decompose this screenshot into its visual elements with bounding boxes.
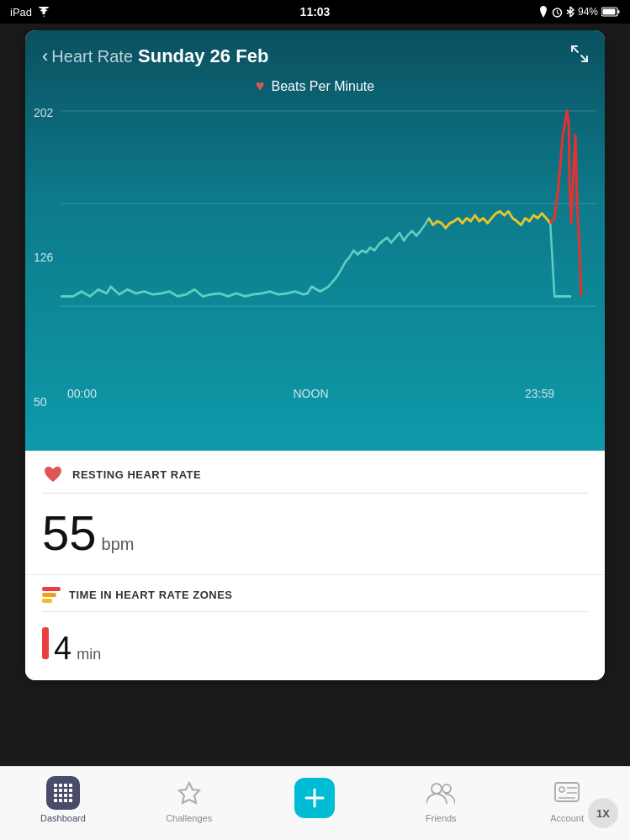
svg-point-30 — [559, 787, 564, 792]
resting-heart-rate-section: RESTING HEART RATE 55 bpm — [25, 451, 605, 574]
svg-rect-15 — [64, 789, 67, 792]
svg-rect-18 — [59, 794, 62, 797]
friends-label: Friends — [426, 813, 457, 823]
chart-date: Sunday 26 Feb — [138, 45, 268, 67]
legend-label: Beats Per Minute — [271, 79, 374, 94]
zones-section-header: TIME IN HEART RATE ZONES — [42, 587, 588, 612]
heart-legend-icon: ♥ — [256, 77, 265, 95]
back-button[interactable]: ‹ — [42, 45, 48, 67]
chart-title: Heart Rate — [51, 47, 133, 66]
challenges-icon — [172, 776, 206, 810]
svg-rect-22 — [59, 799, 62, 802]
x-end: 23:59 — [525, 387, 554, 400]
heart-rate-chart — [61, 106, 596, 409]
resting-section-title: RESTING HEART RATE — [72, 468, 201, 481]
resting-metric: 55 bpm — [42, 502, 588, 566]
svg-rect-20 — [69, 794, 72, 797]
svg-rect-10 — [59, 784, 62, 787]
friends-icon — [424, 776, 458, 810]
zones-icon — [42, 587, 61, 603]
expand-button[interactable] — [569, 44, 590, 69]
resting-section-header: RESTING HEART RATE — [42, 464, 588, 494]
chart-area: ‹ Heart Rate Sunday 26 Feb ♥ Beats Per M… — [25, 30, 605, 451]
ipad-label: iPad — [10, 6, 32, 18]
add-icon — [294, 778, 335, 818]
svg-rect-4 — [618, 10, 620, 13]
svg-rect-21 — [54, 799, 57, 802]
status-time: 11:03 — [300, 5, 331, 18]
zones-section: TIME IN HEART RATE ZONES 4 min — [25, 574, 605, 680]
status-bar: iPad 11:03 94% — [0, 0, 630, 24]
resting-unit: bpm — [102, 535, 135, 554]
bottom-nav: Dashboard Challenges F — [0, 766, 630, 840]
svg-rect-23 — [64, 799, 67, 802]
y-top: 202 — [34, 106, 53, 119]
account-icon — [550, 776, 584, 810]
status-right: 94% — [538, 6, 620, 18]
bluetooth-icon — [566, 6, 574, 18]
x-mid: NOON — [294, 387, 329, 400]
resting-value: 55 — [42, 509, 97, 557]
battery-icon — [601, 7, 620, 17]
zoom-label: 1X — [596, 807, 610, 820]
dashboard-icon — [46, 776, 80, 810]
svg-point-27 — [431, 784, 442, 794]
svg-point-28 — [442, 785, 451, 793]
challenges-label: Challenges — [166, 813, 212, 823]
svg-rect-17 — [54, 794, 57, 797]
alarm-icon — [552, 7, 563, 18]
svg-rect-9 — [54, 784, 57, 787]
nav-dashboard[interactable]: Dashboard — [0, 776, 126, 823]
zones-unit: min — [77, 646, 101, 663]
nav-challenges[interactable]: Challenges — [126, 776, 252, 823]
nav-friends[interactable]: Friends — [378, 776, 504, 823]
battery-label: 94% — [578, 6, 598, 18]
chart-legend: ♥ Beats Per Minute — [25, 74, 605, 95]
wifi-icon — [37, 7, 50, 17]
zone-color-indicator — [42, 627, 49, 659]
status-left: iPad — [10, 6, 50, 18]
svg-rect-13 — [54, 789, 57, 792]
chart-graph: 202 126 50 00:00 NOON 23:59 — [25, 106, 605, 409]
svg-rect-5 — [603, 9, 616, 15]
y-axis: 202 126 50 — [34, 106, 53, 409]
chart-header: ‹ Heart Rate Sunday 26 Feb — [25, 30, 605, 74]
svg-rect-19 — [64, 794, 67, 797]
zones-section-title: TIME IN HEART RATE ZONES — [69, 589, 232, 601]
zones-metric: 4 min — [42, 621, 588, 672]
x-start: 00:00 — [67, 387, 97, 400]
y-mid: 126 — [34, 251, 53, 264]
resting-heart-icon — [42, 464, 64, 484]
account-label: Account — [550, 813, 584, 823]
zoom-badge[interactable]: 1X — [588, 798, 618, 828]
svg-rect-16 — [69, 789, 72, 792]
main-card: ‹ Heart Rate Sunday 26 Feb ♥ Beats Per M… — [25, 30, 605, 680]
svg-rect-12 — [69, 784, 72, 787]
svg-line-2 — [557, 13, 559, 14]
zones-value: 4 — [54, 631, 71, 667]
svg-rect-14 — [59, 789, 62, 792]
x-axis: 00:00 NOON 23:59 — [25, 387, 605, 400]
dashboard-label: Dashboard — [40, 813, 86, 823]
svg-rect-11 — [64, 784, 67, 787]
location-icon — [538, 6, 548, 18]
svg-rect-24 — [69, 799, 72, 802]
nav-add[interactable] — [252, 778, 379, 822]
